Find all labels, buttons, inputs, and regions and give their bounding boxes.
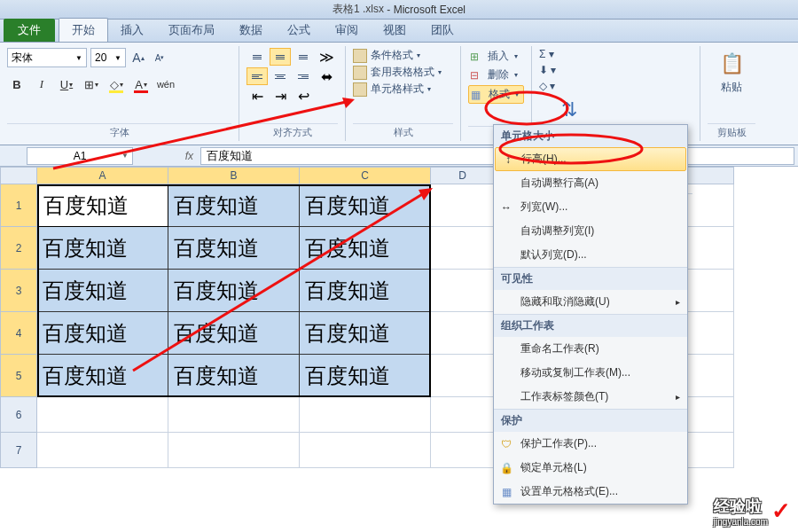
- cell-a3[interactable]: 百度知道: [37, 270, 168, 312]
- wrap-button[interactable]: ↩: [293, 87, 314, 105]
- cell-a5[interactable]: 百度知道: [37, 355, 168, 397]
- cell-d2[interactable]: [431, 227, 495, 270]
- cond-format-icon: [353, 49, 367, 63]
- menu-protect-sheet[interactable]: 🛡保护工作表(P)...: [494, 432, 687, 456]
- menu-autofit-col[interactable]: 自动调整列宽(I): [494, 219, 687, 243]
- row-header-5[interactable]: 5: [0, 355, 37, 397]
- conditional-format-button[interactable]: 条件格式▾: [353, 48, 453, 63]
- cell-a7[interactable]: [37, 433, 168, 468]
- cell-b5[interactable]: 百度知道: [168, 355, 300, 397]
- tab-view[interactable]: 视图: [371, 19, 419, 42]
- cell-c3[interactable]: 百度知道: [300, 270, 431, 312]
- col-header-b[interactable]: B: [168, 167, 300, 184]
- cell-d4[interactable]: [431, 312, 495, 355]
- menu-rename-sheet[interactable]: 重命名工作表(R): [494, 337, 687, 361]
- tab-home[interactable]: 开始: [59, 18, 108, 42]
- indent-dec-button[interactable]: ⇤: [246, 87, 268, 105]
- align-center-button[interactable]: [270, 67, 291, 85]
- tab-review[interactable]: 审阅: [323, 19, 371, 42]
- cell-d7[interactable]: [431, 433, 495, 468]
- align-bottom-button[interactable]: [293, 48, 314, 66]
- italic-button[interactable]: I: [32, 74, 51, 94]
- menu-tab-color[interactable]: 工作表标签颜色(T)▸: [494, 385, 687, 409]
- cell-b2[interactable]: 百度知道: [168, 227, 300, 270]
- underline-button[interactable]: U▾: [57, 74, 76, 94]
- menu-hide-unhide[interactable]: 隐藏和取消隐藏(U)▸: [494, 290, 687, 314]
- indent-inc-button[interactable]: ⇥: [270, 87, 291, 105]
- fill-button[interactable]: ⬇ ▾: [539, 64, 556, 76]
- menu-autofit-row[interactable]: 自动调整行高(A): [494, 171, 687, 195]
- cell-styles-button[interactable]: 单元格样式▾: [353, 82, 453, 97]
- cell-c5[interactable]: 百度知道: [300, 355, 431, 397]
- row-header-3[interactable]: 3: [0, 270, 37, 312]
- phonetic-button[interactable]: wén: [156, 74, 176, 94]
- cell-d3[interactable]: [431, 270, 495, 312]
- chevron-down-icon: ▾: [144, 81, 147, 89]
- bold-button[interactable]: B: [7, 74, 27, 94]
- cell-a4[interactable]: 百度知道: [37, 312, 168, 355]
- font-color-button[interactable]: A▾: [131, 74, 151, 94]
- cell-a2[interactable]: 百度知道: [37, 227, 168, 270]
- cell-a1[interactable]: 百度知道: [37, 184, 168, 227]
- autosum-button[interactable]: Σ ▾: [539, 48, 556, 60]
- chevron-down-icon: ▼: [75, 54, 82, 62]
- menu-move-sheet[interactable]: 移动或复制工作表(M)...: [494, 361, 687, 385]
- shrink-font-button[interactable]: A▾: [151, 49, 168, 66]
- menu-row-height[interactable]: ↕行高(H)...: [495, 147, 686, 171]
- align-right-button[interactable]: [293, 67, 314, 85]
- cell-b7[interactable]: [168, 433, 300, 468]
- font-size-select[interactable]: 20 ▼: [90, 48, 126, 67]
- cell-d6[interactable]: [431, 397, 495, 433]
- format-cells-button[interactable]: 格式▾: [468, 85, 524, 104]
- fill-color-button[interactable]: ◇▾: [106, 74, 126, 94]
- cell-c4[interactable]: 百度知道: [300, 312, 431, 355]
- row-header-6[interactable]: 6: [0, 397, 37, 433]
- font-name-select[interactable]: 宋体 ▼: [7, 48, 87, 67]
- tab-formulas[interactable]: 公式: [275, 19, 323, 42]
- orientation-button[interactable]: ≫: [316, 48, 337, 66]
- row-header-1[interactable]: 1: [0, 184, 37, 227]
- align-middle-button[interactable]: [270, 48, 291, 66]
- align-left-button[interactable]: [246, 67, 268, 85]
- tab-file[interactable]: 文件: [4, 19, 55, 42]
- menu-col-width[interactable]: ↔列宽(W)...: [494, 195, 687, 219]
- cell-a6[interactable]: [37, 397, 168, 433]
- clear-button[interactable]: ◇ ▾: [539, 80, 556, 92]
- tab-insert[interactable]: 插入: [108, 19, 156, 42]
- cell-c6[interactable]: [300, 397, 431, 433]
- name-box[interactable]: A1 ▼: [27, 147, 133, 165]
- merge-button[interactable]: ⬌: [316, 67, 337, 85]
- cell-b1[interactable]: 百度知道: [168, 184, 300, 227]
- title-bar: 表格1 .xlsx - Microsoft Excel: [0, 0, 798, 20]
- table-format-button[interactable]: 套用表格格式▾: [353, 65, 453, 80]
- row-header-4[interactable]: 4: [0, 312, 37, 355]
- col-header-c[interactable]: C: [300, 167, 431, 184]
- cell-b4[interactable]: 百度知道: [168, 312, 300, 355]
- cell-c2[interactable]: 百度知道: [300, 227, 431, 270]
- cell-b6[interactable]: [168, 397, 300, 433]
- cell-d1[interactable]: [431, 184, 495, 227]
- tab-layout[interactable]: 页面布局: [156, 19, 227, 42]
- tab-team[interactable]: 团队: [419, 19, 466, 42]
- border-button[interactable]: ⊞▾: [82, 74, 101, 94]
- align-top-button[interactable]: [246, 48, 268, 66]
- menu-default-width[interactable]: 默认列宽(D)...: [494, 243, 687, 267]
- tab-data[interactable]: 数据: [227, 19, 275, 42]
- group-font: 宋体 ▼ 20 ▼ A▴ A▾ B I U▾ ⊞▾ ◇▾ A▾ wén 字体: [0, 46, 239, 141]
- delete-cells-button[interactable]: 删除▾: [468, 66, 524, 83]
- col-header-a[interactable]: A: [37, 167, 168, 184]
- cell-c1[interactable]: 百度知道: [300, 184, 431, 227]
- col-header-d[interactable]: D: [431, 167, 495, 184]
- insert-cells-button[interactable]: 插入▾: [468, 48, 524, 65]
- cell-b3[interactable]: 百度知道: [168, 270, 300, 312]
- fx-label[interactable]: fx: [140, 150, 193, 162]
- menu-format-cells[interactable]: ▦设置单元格格式(E)...: [494, 480, 687, 504]
- cell-d5[interactable]: [431, 355, 495, 397]
- grow-font-button[interactable]: A▴: [129, 49, 147, 66]
- paste-button[interactable]: 📋 粘贴: [708, 48, 755, 97]
- row-header-2[interactable]: 2: [0, 227, 37, 270]
- row-header-7[interactable]: 7: [0, 433, 37, 468]
- cell-c7[interactable]: [300, 433, 431, 468]
- menu-lock-cell[interactable]: 🔒锁定单元格(L): [494, 456, 687, 480]
- select-all-corner[interactable]: [0, 167, 37, 184]
